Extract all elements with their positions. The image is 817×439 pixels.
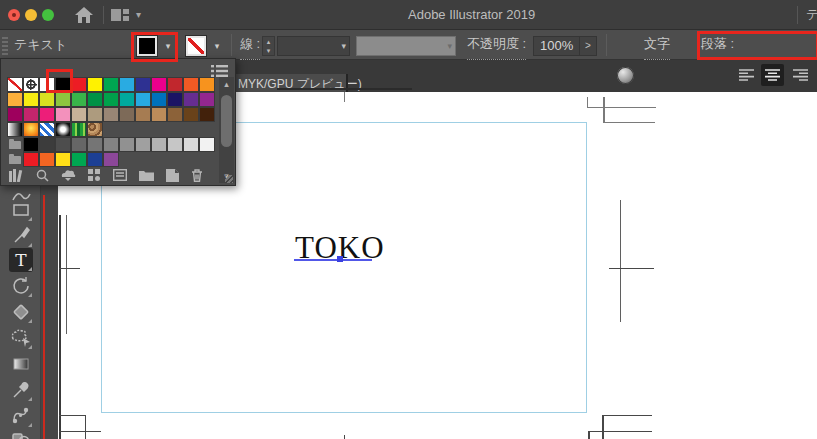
- color-swatch[interactable]: [71, 77, 87, 92]
- chevron-down-icon[interactable]: ▾: [136, 0, 141, 30]
- color-swatch[interactable]: [151, 92, 167, 107]
- color-swatch[interactable]: [103, 77, 119, 92]
- rectangle-tool-icon[interactable]: [9, 198, 33, 222]
- color-swatch[interactable]: [199, 77, 215, 92]
- themes-icon[interactable]: [36, 169, 49, 182]
- align-left-button[interactable]: [735, 64, 758, 86]
- trim-mark-bottom-center: [344, 435, 346, 439]
- color-swatch[interactable]: [55, 137, 71, 152]
- opacity-field[interactable]: 100% >: [533, 36, 597, 56]
- color-swatch[interactable]: [135, 137, 151, 152]
- pattern-swatch[interactable]: [87, 122, 103, 137]
- scroll-up-icon[interactable]: ▴: [219, 79, 234, 89]
- stroke-label[interactable]: 線 :: [240, 30, 260, 60]
- color-swatch[interactable]: [151, 77, 167, 92]
- opacity-label[interactable]: 不透明度 :: [467, 30, 526, 60]
- color-swatch[interactable]: [39, 137, 55, 152]
- close-button[interactable]: [8, 9, 20, 21]
- swatch-options-icon[interactable]: [113, 169, 127, 181]
- gradient-swatch[interactable]: [55, 122, 71, 137]
- shape-builder-tool-icon[interactable]: [9, 326, 33, 350]
- new-swatch-icon[interactable]: [166, 169, 179, 182]
- color-swatch[interactable]: [167, 107, 183, 122]
- color-swatch[interactable]: [167, 137, 183, 152]
- library-add-icon[interactable]: [61, 169, 76, 181]
- align-right-button[interactable]: [789, 64, 812, 86]
- type-tool-icon[interactable]: T: [9, 248, 33, 272]
- paintbrush-tool-icon[interactable]: [9, 224, 33, 248]
- color-swatch[interactable]: [135, 77, 151, 92]
- color-swatch[interactable]: [183, 107, 199, 122]
- recolor-artwork-icon[interactable]: [617, 67, 634, 84]
- gradient-tool-icon[interactable]: [9, 352, 33, 376]
- panel-grip[interactable]: [2, 35, 8, 55]
- color-swatch[interactable]: [151, 107, 167, 122]
- color-swatch[interactable]: [103, 137, 119, 152]
- color-swatch[interactable]: [119, 137, 135, 152]
- align-center-button[interactable]: [761, 64, 784, 86]
- scrollbar-thumb[interactable]: [221, 95, 232, 147]
- color-swatch[interactable]: [199, 92, 215, 107]
- text-anchor-handle[interactable]: [337, 256, 343, 262]
- color-swatch[interactable]: [39, 92, 55, 107]
- color-swatch[interactable]: [135, 107, 151, 122]
- color-swatch[interactable]: [87, 137, 103, 152]
- blend-tool-icon[interactable]: [9, 404, 33, 428]
- color-swatch[interactable]: [87, 107, 103, 122]
- pattern-swatch[interactable]: [39, 122, 55, 137]
- color-swatch[interactable]: [71, 137, 87, 152]
- color-swatch[interactable]: [183, 92, 199, 107]
- color-swatch[interactable]: [103, 92, 119, 107]
- rotate-tool-icon[interactable]: [9, 274, 33, 298]
- color-swatch[interactable]: [87, 77, 103, 92]
- color-swatch[interactable]: [167, 77, 183, 92]
- color-swatch[interactable]: [199, 107, 215, 122]
- color-swatch[interactable]: [7, 92, 23, 107]
- delete-swatch-icon[interactable]: [191, 169, 203, 182]
- color-swatch[interactable]: [119, 77, 135, 92]
- color-swatch[interactable]: [55, 92, 71, 107]
- registration-swatch[interactable]: [23, 77, 39, 92]
- stroke-width-stepper[interactable]: ▴▾: [262, 36, 275, 56]
- color-swatch[interactable]: [183, 137, 199, 152]
- color-swatch[interactable]: [71, 92, 87, 107]
- character-link[interactable]: 文字: [644, 30, 670, 60]
- color-swatch[interactable]: [55, 107, 71, 122]
- color-swatch[interactable]: [183, 77, 199, 92]
- color-group-folder-icon[interactable]: [7, 137, 23, 152]
- home-icon[interactable]: [74, 6, 94, 24]
- color-swatch[interactable]: [71, 107, 87, 122]
- eyedropper-tool-icon[interactable]: [9, 378, 33, 402]
- minimize-button[interactable]: [25, 9, 37, 21]
- swatch-libraries-icon[interactable]: [9, 169, 24, 182]
- color-swatch[interactable]: [23, 92, 39, 107]
- new-color-group-icon[interactable]: [139, 169, 154, 181]
- color-swatch[interactable]: [7, 107, 23, 122]
- color-swatch[interactable]: [167, 92, 183, 107]
- color-swatch[interactable]: [23, 107, 39, 122]
- color-swatch[interactable]: [39, 107, 55, 122]
- gradient-swatch[interactable]: [7, 122, 23, 137]
- stroke-color-swatch[interactable]: [186, 36, 206, 56]
- swatch-kinds-icon[interactable]: [88, 169, 101, 182]
- color-swatch[interactable]: [103, 107, 119, 122]
- color-swatch[interactable]: [23, 137, 39, 152]
- pattern-swatch[interactable]: [71, 122, 87, 137]
- trim-mark-bottom-right-v1: [602, 415, 604, 439]
- opacity-more-button[interactable]: >: [579, 37, 596, 55]
- color-swatch[interactable]: [119, 107, 135, 122]
- color-swatch[interactable]: [135, 92, 151, 107]
- stroke-width-dropdown[interactable]: ▾: [277, 36, 350, 56]
- color-swatch[interactable]: [87, 92, 103, 107]
- color-swatch[interactable]: [199, 137, 215, 152]
- panel-resize-grip[interactable]: [225, 175, 233, 183]
- none-swatch[interactable]: [7, 77, 23, 92]
- eraser-tool-icon[interactable]: [9, 300, 33, 324]
- gradient-swatch[interactable]: [23, 122, 39, 137]
- color-swatch[interactable]: [151, 137, 167, 152]
- symbols-tool-icon[interactable]: [9, 428, 33, 439]
- color-swatch[interactable]: [119, 92, 135, 107]
- arrange-documents-icon[interactable]: [111, 9, 129, 21]
- zoom-button[interactable]: [42, 9, 54, 21]
- stroke-color-chevron-icon[interactable]: ▾: [210, 36, 224, 56]
